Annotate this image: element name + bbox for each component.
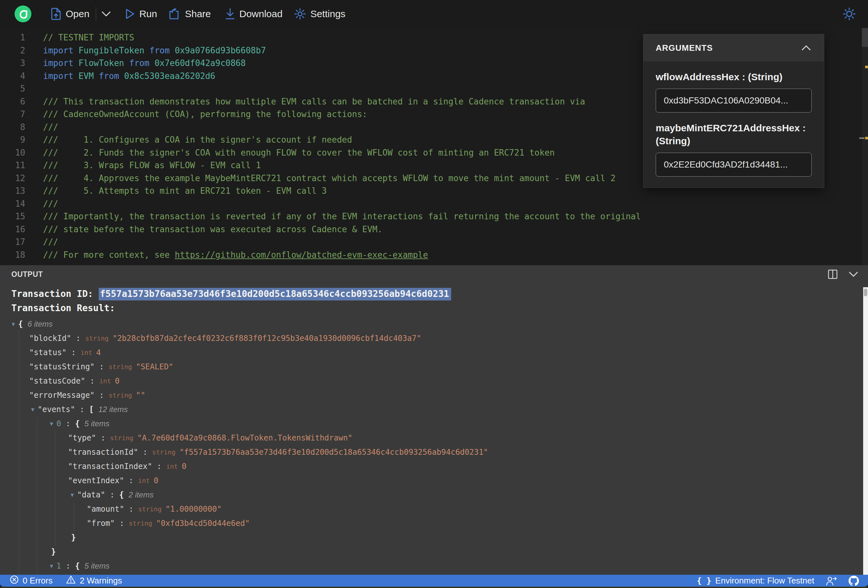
json-row: "amount" : string "1.00000000" xyxy=(0,502,862,516)
code-segment: /// This transaction demonstrates how mu… xyxy=(43,97,585,106)
line-number: 5 xyxy=(0,83,25,96)
code-line: 18/// For more context, see https://gith… xyxy=(0,249,868,262)
code-segment xyxy=(144,46,149,55)
json-type: string xyxy=(109,363,136,371)
code-line: 14/// xyxy=(0,197,868,211)
expand-triangle-icon[interactable]: ▼ xyxy=(31,406,34,413)
arguments-panel-body: wflowAddressHex : (String) maybeMintERC7… xyxy=(644,62,824,187)
json-key: "from" xyxy=(87,519,115,528)
github-icon[interactable] xyxy=(849,576,859,586)
code-link[interactable]: https://github.com/onflow/batched-evm-ex… xyxy=(175,250,428,260)
json-br: } xyxy=(71,533,76,542)
code-segment xyxy=(74,46,79,55)
line-number: 2 xyxy=(0,44,25,57)
transaction-id-value[interactable]: f557a1573b76aa53e73d46f3e10d200d5c18a653… xyxy=(99,288,451,301)
expand-triangle-icon[interactable]: ▼ xyxy=(50,420,53,427)
code-line: 16/// state before the transaction was e… xyxy=(0,223,868,236)
indent-guide xyxy=(55,431,55,546)
download-button[interactable]: Download xyxy=(225,8,282,20)
expand-triangle-icon[interactable]: ▼ xyxy=(12,321,15,327)
json-type: int xyxy=(166,463,182,470)
code-segment: /// Importantly, the transaction is reve… xyxy=(43,212,641,221)
json-colon: : xyxy=(138,448,152,457)
share-button[interactable]: Share xyxy=(168,8,211,20)
warnings-label: 2 Warnings xyxy=(80,576,122,586)
code-segment: EVM xyxy=(79,71,94,81)
environment-status[interactable]: { } Environment: Flow Testnet xyxy=(697,576,814,586)
argument-label: wflowAddressHex : (String) xyxy=(656,71,812,84)
open-label: Open xyxy=(66,9,89,19)
json-row: } xyxy=(0,531,862,545)
json-key: "errorMessage" xyxy=(29,391,94,400)
json-row: "type" : string "A.7e60df042a9c0868.Flow… xyxy=(0,431,862,445)
cursor-position-mark xyxy=(859,137,864,139)
collapse-output-chevron-down-icon[interactable] xyxy=(849,271,858,277)
code-segment xyxy=(119,71,124,81)
arguments-panel-header[interactable]: ARGUMENTS xyxy=(644,34,824,62)
json-colon: : xyxy=(105,490,119,500)
json-colon: : xyxy=(85,376,99,386)
toolbar-divider xyxy=(96,7,96,21)
run-button[interactable]: Run xyxy=(125,9,157,19)
editor-scrollbar[interactable] xyxy=(862,28,868,265)
code-segment xyxy=(74,71,79,81)
json-row: "errorMessage" : string "" xyxy=(0,388,862,402)
warnings-status[interactable]: 2 Warnings xyxy=(66,575,122,587)
code-segment: from xyxy=(129,58,149,68)
theme-toggle-sun-icon[interactable] xyxy=(842,7,856,21)
split-panel-icon[interactable] xyxy=(828,270,838,279)
json-type: int xyxy=(81,349,96,357)
json-row: "status" : int 4 xyxy=(0,345,862,360)
json-str: "A.7e60df042a9c0868.FlowToken.TokensWith… xyxy=(137,433,353,442)
code-segment xyxy=(74,58,79,68)
open-button[interactable]: Open xyxy=(51,8,89,20)
code-segment: import xyxy=(43,71,74,81)
json-type: string xyxy=(138,505,165,513)
json-items: 12 items xyxy=(98,405,128,414)
json-row: "from" : string "0xfd3b4cd50d44e6ed" xyxy=(0,516,862,531)
line-number: 7 xyxy=(0,108,25,121)
json-br: } xyxy=(51,547,56,556)
maybemint-address-input[interactable] xyxy=(656,153,812,177)
line-number: 6 xyxy=(0,96,25,108)
json-type: int xyxy=(138,477,154,485)
download-icon xyxy=(225,8,235,20)
expand-triangle-icon[interactable]: ▼ xyxy=(71,492,74,498)
settings-button[interactable]: Settings xyxy=(294,8,345,20)
json-key: "statusCode" xyxy=(29,376,85,386)
flow-logo-icon[interactable] xyxy=(15,6,31,22)
line-number: 11 xyxy=(0,159,25,172)
code-segment: /// xyxy=(43,122,58,132)
json-items: 2 items xyxy=(128,490,154,500)
warning-mark-2 xyxy=(865,137,868,139)
play-icon xyxy=(125,9,134,19)
json-row: "statusString" : string "SEALED" xyxy=(0,360,862,374)
json-str: "f557a1573b76aa53e73d46f3e10d200d5c18a65… xyxy=(179,448,488,457)
errors-status[interactable]: 0 Errors xyxy=(10,575,52,587)
code-segment: /// 5. Attempts to mint an ERC721 token … xyxy=(43,186,327,196)
collapse-chevron-up-icon[interactable] xyxy=(801,45,811,51)
json-str: "SEALED" xyxy=(136,362,173,371)
wflow-address-input[interactable] xyxy=(656,88,812,112)
json-key: "eventIndex" xyxy=(68,476,124,485)
editor-scrollbar-thumb[interactable] xyxy=(862,28,868,47)
feedback-person-icon[interactable] xyxy=(826,576,837,586)
argument-field-maybemint: maybeMintERC721AddressHex : (String) xyxy=(656,122,812,177)
code-segment: /// xyxy=(43,199,58,209)
open-menu-chevron-icon[interactable] xyxy=(101,11,111,17)
code-segment: from xyxy=(99,71,119,81)
code-segment: 0x9a0766d93b6608b7 xyxy=(175,46,266,55)
json-int: 4 xyxy=(96,348,100,357)
line-number: 10 xyxy=(0,146,25,159)
line-number: 15 xyxy=(0,210,25,223)
code-segment: /// 4. Approves the example MaybeMintERC… xyxy=(43,173,616,183)
expand-triangle-icon[interactable]: ▼ xyxy=(50,563,53,569)
code-segment: // TESTNET IMPORTS xyxy=(43,33,134,42)
code-segment xyxy=(94,71,99,81)
output-scrollbar[interactable] xyxy=(863,287,868,575)
output-scrollbar-thumb[interactable] xyxy=(864,289,867,296)
argument-label: maybeMintERC721AddressHex : (String) xyxy=(656,122,812,147)
json-key: "transactionIndex" xyxy=(68,462,152,471)
output-title: OUTPUT xyxy=(11,270,43,279)
code-segment xyxy=(124,58,129,68)
